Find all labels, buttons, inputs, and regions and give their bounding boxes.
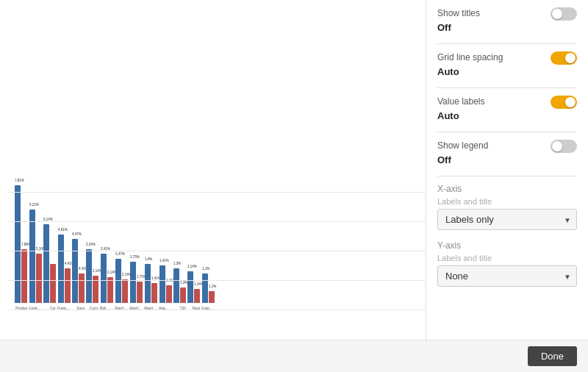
bar-group: 4,91%4,41%France finale	[57, 235, 71, 310]
bar-red	[50, 264, 56, 303]
y-axis-row: Y-axis Labels and title None Labels only…	[437, 240, 577, 287]
bar-value-label: 2,24%	[86, 243, 92, 246]
bar-blue: 2,41%	[101, 254, 107, 303]
bar-group: 2,41%2,14%Bali Bali Produce	[100, 254, 113, 310]
grid-line	[7, 280, 426, 281]
bar-value-label: 2,47%	[115, 252, 121, 256]
bar-group-inner: 1,3%1,3%	[173, 268, 186, 303]
bar-blue: 2,24%	[86, 249, 92, 303]
x-axis-row: X-axis Labels and title Labels only Labe…	[437, 184, 577, 230]
bar-group-inner: 4,91%4,41%	[58, 235, 71, 303]
show-legend-label: Show legend	[437, 140, 488, 151]
bar-red: 1,14%	[194, 289, 200, 303]
value-labels-label: Value labels	[437, 96, 485, 107]
grid-line-spacing-value: Auto	[437, 66, 577, 77]
bar-group-inner: 1,14%1,14%	[187, 271, 200, 303]
show-legend-row: Show legend Off	[437, 140, 577, 165]
bar-group: 1,75%1,75%Aberfan Homestead	[129, 262, 143, 310]
bar-blue: 1,4%	[145, 264, 151, 303]
bar-red: 1,41%	[151, 283, 157, 303]
bar-value-label: 4,91%	[58, 228, 64, 232]
bar-value-label: 2,14%	[93, 269, 98, 273]
bar-blue: 7,81%	[15, 185, 21, 303]
bar-blue: 4,91%	[58, 235, 64, 303]
x-axis-section-label: X-axis	[437, 184, 577, 194]
bar-value-label: 1,1%	[202, 267, 208, 271]
show-titles-value: Off	[437, 22, 577, 33]
y-axis-dropdown[interactable]: None Labels only Labels and title Title …	[437, 265, 577, 287]
bar-value-label: 1,41%	[159, 259, 165, 262]
grid-line-spacing-toggle[interactable]	[551, 51, 577, 65]
bar-blue: 1,75%	[130, 262, 136, 303]
show-legend-value: Off	[437, 154, 577, 165]
bar-value-label: 1,3%	[180, 281, 186, 285]
bar-blue: 5,14%	[43, 224, 49, 303]
bar-group: 1,1%1,1%Gabisco	[201, 273, 215, 310]
bar-group-inner: 5,21%5,10%	[29, 210, 42, 303]
y-axis-dropdown-wrapper: None Labels only Labels and title Title …	[437, 265, 577, 287]
bar-red: 2,14%	[107, 277, 113, 303]
chart-container: 7,81%7,99%Produit5,21%5,10%Central Austr…	[7, 163, 418, 310]
value-labels-knob	[565, 97, 576, 107]
bar-value-label: 2,14%	[122, 273, 128, 276]
bar-value-label: 7,81%	[15, 179, 21, 182]
bar-blue: 1,1%	[202, 273, 208, 303]
bar-red: 4,41%	[79, 273, 85, 303]
settings-panel: Show titles Off Grid line spacing Auto V…	[426, 0, 588, 340]
bar-red: 1,1%	[209, 291, 215, 303]
bar-blue: 4,47%	[72, 239, 78, 303]
bar-group: 5,21%5,10%Central Australia	[29, 210, 42, 310]
grid-line	[7, 310, 426, 310]
main-area: 7,81%7,99%Produit5,21%5,10%Central Austr…	[0, 0, 588, 340]
bar-value-label: 1,14%	[194, 282, 200, 286]
bar-group-inner: 2,24%2,14%	[86, 249, 98, 303]
bar-blue: 2,47%	[115, 259, 121, 303]
x-axis-dropdown[interactable]: Labels only Labels and title Title only …	[437, 209, 577, 230]
bar-blue: 5,21%	[29, 210, 35, 303]
bar-group-inner: 5,14%	[43, 224, 56, 303]
show-titles-knob	[552, 9, 562, 19]
bar-group: 1,41%1,41%Adam Caro	[159, 265, 172, 310]
divider-3	[437, 132, 577, 132]
bar-group-inner: 1,41%1,41%	[159, 265, 172, 303]
bar-red: 2,14%	[122, 279, 128, 303]
y-axis-section-label: Y-axis	[437, 240, 577, 251]
bar-red: 1,41%	[166, 285, 172, 303]
bar-group-inner: 7,81%7,99%	[15, 185, 27, 303]
divider-1	[437, 43, 577, 44]
bar-value-label: 2,14%	[107, 271, 113, 274]
grid-line	[7, 221, 426, 222]
value-labels-toggle[interactable]	[551, 96, 577, 109]
bar-value-label: 4,47%	[72, 232, 78, 236]
grid-line-spacing-row: Grid line spacing Auto	[437, 51, 577, 77]
bar-blue: 1,41%	[159, 265, 165, 303]
bar-blue: 1,14%	[187, 271, 193, 303]
bar-value-label: 1,4%	[145, 257, 151, 261]
bar-group: 7,81%7,99%Produit	[15, 185, 27, 310]
divider-4	[437, 176, 577, 176]
bar-value-label: 4,41%	[65, 262, 71, 265]
done-button[interactable]: Done	[528, 346, 577, 366]
bar-group: 5,14%Cur	[43, 224, 56, 310]
bar-value-label: 1,1%	[209, 285, 215, 288]
bar-group-inner: 4,47%4,41%	[72, 239, 85, 303]
show-titles-row: Show titles Off	[437, 7, 577, 33]
bar-value-label: 1,75%	[130, 255, 136, 259]
bar-value-label: 5,21%	[29, 203, 35, 207]
chart-area: 7,81%7,99%Produit5,21%5,10%Central Austr…	[0, 0, 426, 340]
grid-line-spacing-label: Grid line spacing	[437, 52, 503, 62]
bar-group-inner: 1,75%1,75%	[130, 262, 143, 303]
bar-group: 1,3%1,3%T20	[173, 268, 186, 310]
bar-blue: 1,3%	[173, 268, 179, 303]
bar-red: 1,75%	[137, 282, 143, 303]
bar-red: 5,10%	[36, 254, 42, 303]
bar-value-label: 1,14%	[187, 265, 193, 268]
bar-red: 4,41%	[65, 268, 71, 303]
grid-line	[7, 251, 426, 251]
bar-group: 1,14%1,14%Real	[187, 271, 200, 310]
grid-line	[7, 192, 426, 193]
show-legend-toggle[interactable]	[551, 140, 577, 153]
bar-group: 4,47%4,41%Suivi	[72, 239, 85, 310]
bar-group-inner: 1,4%1,41%	[145, 264, 157, 303]
show-titles-toggle[interactable]	[551, 7, 577, 21]
